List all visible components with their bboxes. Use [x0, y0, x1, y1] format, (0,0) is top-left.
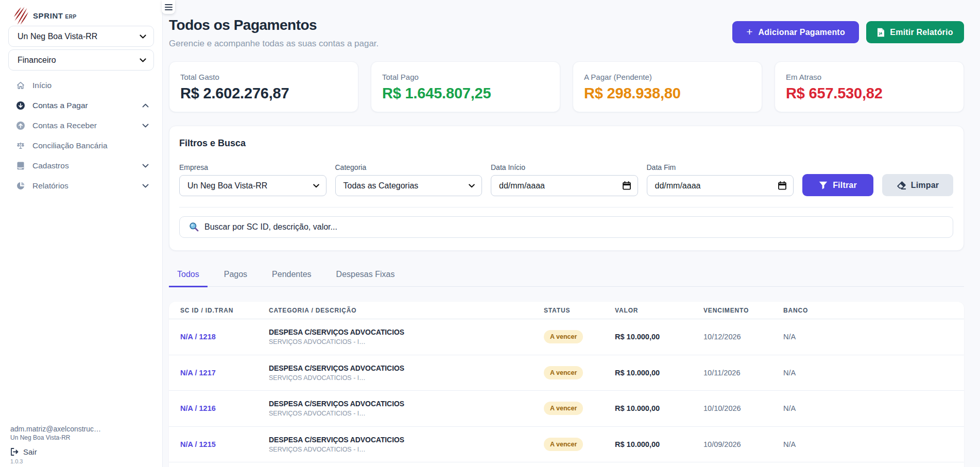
sidebar-item-contas-a-receber[interactable]: Contas a Receber: [0, 115, 162, 135]
cell-sc-id[interactable]: N/A / 1217: [180, 369, 269, 377]
filters-row: Empresa Un Neg Boa Vista-RR Categoria To…: [179, 163, 953, 196]
app-root: SPRINTERP Un Neg Boa Vista-RR Financeiro…: [0, 0, 980, 467]
stat-value: R$ 298.938,80: [584, 85, 750, 102]
search-input[interactable]: [179, 216, 953, 238]
brand-name: SPRINT: [33, 11, 63, 20]
sidebar-item-contas-a-pagar[interactable]: Contas a Pagar: [0, 95, 162, 115]
calendar-icon: [623, 181, 631, 190]
chevron-up-icon: [142, 103, 149, 108]
chevron-down-icon: [469, 184, 475, 188]
categoria-label: Categoria: [335, 163, 483, 171]
table-row[interactable]: N/A / 1218 DESPESA C/SERVIÇOS ADVOCATICI…: [169, 319, 964, 355]
chevron-down-icon: [140, 34, 146, 39]
main-content: Todos os Pagamentos Gerencie e acompanhe…: [163, 0, 980, 467]
column-header-sc-id: SC ID / ID.TRAN: [180, 307, 269, 314]
sidebar-item-label: Início: [32, 81, 149, 90]
page-title: Todos os Pagamentos: [169, 17, 379, 33]
empresa-label: Empresa: [179, 163, 326, 171]
company-select-value: Un Neg Boa Vista-RR: [18, 32, 97, 41]
scale-icon: [16, 142, 25, 150]
cell-vencimento: 10/09/2026: [703, 440, 783, 448]
cell-banco: N/A: [783, 440, 964, 448]
sidebar-item-label: Contas a Receber: [32, 121, 142, 130]
eraser-icon: [897, 181, 906, 189]
sidebar-item-cadastros[interactable]: Cadastros: [0, 155, 162, 176]
category-title: DESPESA C/SERVIÇOS ADVOCATICIOS: [269, 328, 544, 336]
sidebar-item-label: Cadastros: [32, 161, 142, 170]
table-row[interactable]: N/A / 1217 DESPESA C/SERVIÇOS ADVOCATICI…: [169, 355, 964, 391]
data-fim-label: Data Fim: [647, 163, 794, 171]
stat-label: Total Pago: [382, 73, 548, 81]
home-icon: [16, 81, 25, 90]
sidebar-item-inicio[interactable]: Início: [0, 75, 162, 95]
column-header-vencimento: VENCIMENTO: [703, 307, 783, 314]
category-description: SERVIÇOS ADVOCATICIOS - I…: [269, 410, 544, 417]
empresa-select[interactable]: Un Neg Boa Vista-RR: [179, 175, 326, 196]
search-icon: [189, 222, 199, 232]
sidebar-item-conciliacao-bancaria[interactable]: Conciliação Bancária: [0, 135, 162, 155]
category-title: DESPESA C/SERVIÇOS ADVOCATICIOS: [269, 436, 544, 444]
data-inicio-label: Data Início: [491, 163, 638, 171]
emit-report-button[interactable]: Emitir Relatório: [866, 21, 964, 43]
app-version: 1.0.3: [10, 458, 154, 464]
chevron-down-icon: [140, 58, 146, 62]
cell-categoria: DESPESA C/SERVIÇOS ADVOCATICIOS SERVIÇOS…: [269, 400, 544, 417]
sidebar-item-label: Contas a Pagar: [32, 101, 142, 110]
book-icon: [16, 162, 25, 170]
category-description: SERVIÇOS ADVOCATICIOS - I…: [269, 338, 544, 345]
column-header-status: STATUS: [544, 307, 615, 314]
user-company: Un Neg Boa Vista-RR: [10, 435, 154, 441]
status-badge: A vencer: [544, 438, 583, 451]
cell-banco: N/A: [783, 333, 964, 341]
stat-label: A Pagar (Pendente): [584, 73, 750, 81]
cell-banco: N/A: [783, 404, 964, 412]
tab-todos[interactable]: Todos: [169, 270, 208, 287]
funnel-icon: [819, 181, 828, 189]
table-header-row: SC ID / ID.TRAN CATEGORIA / DESCRIÇÃO ST…: [169, 302, 964, 319]
pie-chart-icon: [16, 182, 25, 190]
categoria-select[interactable]: Todas as Categorias: [335, 175, 483, 196]
arrow-down-circle-icon: [16, 101, 25, 110]
table-row[interactable]: N/A / 1216 DESPESA C/SERVIÇOS ADVOCATICI…: [169, 391, 964, 427]
filtrar-button[interactable]: Filtrar: [802, 174, 873, 196]
tab-pendentes[interactable]: Pendentes: [264, 270, 320, 287]
data-fim-value: dd/mm/aaaa: [655, 181, 701, 191]
filters-card: Filtros e Busca Empresa Un Neg Boa Vista…: [169, 126, 964, 251]
table-row[interactable]: N/A / 1215 DESPESA C/SERVIÇOS ADVOCATICI…: [169, 427, 964, 463]
cell-banco: N/A: [783, 369, 964, 377]
user-block: adm.matriz@axelconstruc… Un Neg Boa Vist…: [0, 425, 162, 467]
stat-card-a-pagar: A Pagar (Pendente) R$ 298.938,80: [573, 61, 762, 112]
filters-title: Filtros e Busca: [179, 138, 953, 149]
category-description: SERVIÇOS ADVOCATICIOS - I…: [269, 446, 544, 453]
cell-sc-id[interactable]: N/A / 1216: [180, 404, 269, 412]
add-payment-button[interactable]: + Adicionar Pagamento: [732, 21, 859, 43]
tab-despesas-fixas[interactable]: Despesas Fixas: [328, 270, 403, 287]
sidebar: SPRINTERP Un Neg Boa Vista-RR Financeiro…: [0, 0, 163, 467]
tab-pagos[interactable]: Pagos: [216, 270, 255, 287]
cell-categoria: DESPESA C/SERVIÇOS ADVOCATICIOS SERVIÇOS…: [269, 328, 544, 345]
chevron-down-icon: [142, 184, 149, 188]
brand-suffix: ERP: [65, 14, 77, 20]
filters-divider: [179, 207, 953, 207]
limpar-button[interactable]: Limpar: [882, 174, 953, 196]
cell-sc-id[interactable]: N/A / 1218: [180, 333, 269, 341]
sidebar-toggle-button[interactable]: [162, 0, 175, 14]
sidebar-menu: Início Contas a Pagar Contas a Receber: [0, 75, 162, 196]
cell-sc-id[interactable]: N/A / 1215: [180, 440, 269, 448]
data-fim-input[interactable]: dd/mm/aaaa: [647, 175, 794, 196]
stat-value: R$ 657.530,82: [786, 85, 952, 102]
cell-categoria: DESPESA C/SERVIÇOS ADVOCATICIOS SERVIÇOS…: [269, 436, 544, 453]
cell-valor: R$ 10.000,00: [615, 369, 703, 377]
stat-value: R$ 1.645.807,25: [382, 85, 548, 102]
logout-label: Sair: [23, 447, 37, 456]
module-select[interactable]: Financeiro: [8, 49, 154, 71]
data-inicio-value: dd/mm/aaaa: [499, 181, 545, 191]
stat-card-total-gasto: Total Gasto R$ 2.602.276,87: [169, 61, 358, 112]
chevron-down-icon: [142, 124, 149, 128]
logout-button[interactable]: Sair: [10, 447, 154, 456]
cell-categoria: DESPESA C/SERVIÇOS ADVOCATICIOS SERVIÇOS…: [269, 364, 544, 382]
brand-logo-icon: [13, 7, 29, 25]
data-inicio-input[interactable]: dd/mm/aaaa: [491, 175, 638, 196]
company-select[interactable]: Un Neg Boa Vista-RR: [8, 26, 154, 47]
sidebar-item-relatorios[interactable]: Relatórios: [0, 176, 162, 196]
